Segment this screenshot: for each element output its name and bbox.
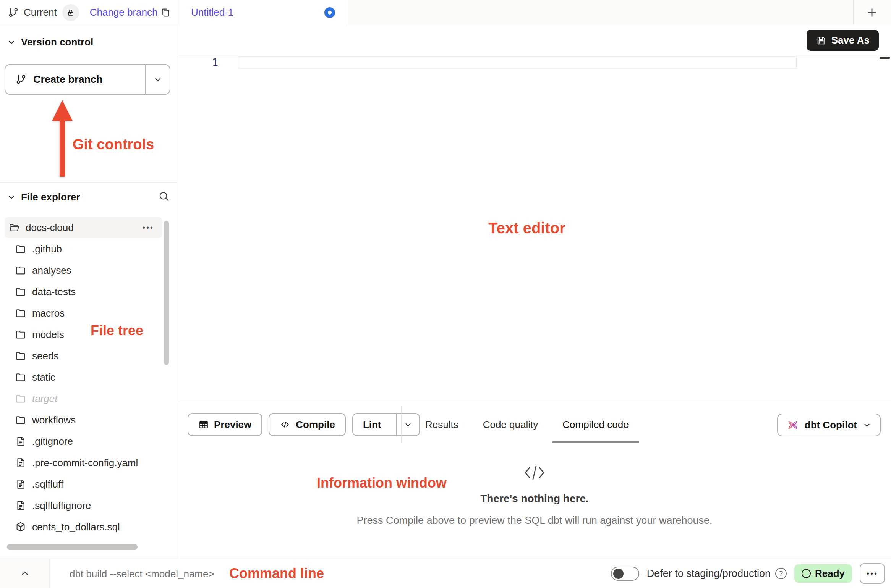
- more-options-button[interactable]: •••: [860, 563, 885, 584]
- ready-status-icon: [802, 569, 811, 578]
- lint-label[interactable]: Lint: [353, 414, 391, 435]
- current-branch-label: Current: [24, 6, 57, 18]
- compile-button[interactable]: Compile: [269, 413, 346, 436]
- branch-locked-chip: [62, 4, 79, 21]
- tree-item-label: cents_to_dollars.sql: [32, 521, 120, 533]
- tree-item-github[interactable]: .github: [5, 238, 162, 260]
- chevron-down-icon: [7, 37, 16, 47]
- table-icon: [198, 419, 209, 430]
- tree-item-label: .sqlfluff: [32, 478, 63, 490]
- file-icon: [15, 500, 26, 511]
- row-menu-dots-icon[interactable]: •••: [143, 223, 154, 232]
- collapse-panel-button[interactable]: [0, 559, 50, 588]
- model-icon: [15, 521, 26, 533]
- search-icon[interactable]: [158, 190, 170, 202]
- text-editor[interactable]: 1 Text editor: [178, 55, 891, 402]
- tree-item-label: docs-cloud: [26, 222, 74, 234]
- preview-button[interactable]: Preview: [188, 413, 262, 436]
- unsaved-changes-dot: [324, 7, 335, 18]
- tree-item-docs-cloud[interactable]: docs-cloud•••: [5, 217, 162, 238]
- tree-item-label: workflows: [32, 414, 76, 426]
- file-tree-horizontal-scrollbar[interactable]: [7, 544, 138, 550]
- annotation-information-window: Information window: [317, 475, 447, 491]
- panel-tabs: ResultsCode qualityCompiled code: [425, 406, 629, 443]
- new-tab-plus-icon[interactable]: [865, 6, 879, 19]
- file-icon: [15, 436, 26, 447]
- defer-toggle[interactable]: [611, 567, 639, 581]
- help-icon[interactable]: ?: [775, 568, 787, 579]
- folder-icon: [15, 307, 26, 319]
- annotation-file-tree: File tree: [91, 323, 143, 339]
- panel-tab-compiled-code[interactable]: Compiled code: [562, 406, 629, 443]
- defer-label: Defer to staging/production: [647, 568, 771, 580]
- panel-tab-code-quality[interactable]: Code quality: [483, 406, 538, 443]
- folder-icon: [15, 243, 26, 255]
- file-tree: docs-cloud•••.githubanalysesdata-testsma…: [5, 217, 162, 538]
- tree-item-label: .gitignore: [32, 436, 73, 447]
- tree-item-seeds[interactable]: seeds: [5, 345, 162, 367]
- empty-state-title: There's nothing here.: [178, 493, 891, 505]
- results-panel-header: Preview Compile Lint ResultsCode quality…: [178, 402, 891, 443]
- annotation-git-controls: Git controls: [73, 136, 154, 153]
- save-as-label: Save As: [831, 34, 870, 46]
- tree-item-data-tests[interactable]: data-tests: [5, 281, 162, 302]
- editor-scrollbar-thumb[interactable]: [880, 57, 890, 59]
- tree-item-label: .sqlfluffignore: [32, 500, 91, 512]
- tree-item-label: analyses: [32, 265, 71, 276]
- section-divider: [0, 182, 178, 183]
- code-icon: [279, 419, 291, 430]
- tree-item-sqlfluffignore[interactable]: .sqlfluffignore: [5, 495, 162, 516]
- tree-item-label: data-tests: [32, 286, 76, 298]
- compile-label: Compile: [296, 419, 335, 431]
- lint-dropdown[interactable]: [396, 414, 419, 435]
- tree-item-label: models: [32, 329, 64, 341]
- tree-item-sqlfluff[interactable]: .sqlfluff: [5, 473, 162, 495]
- tab-untitled-1[interactable]: Untitled-1: [180, 0, 348, 26]
- dbt-copilot-icon: [786, 418, 799, 431]
- editor-active-line: [239, 56, 797, 69]
- copy-branch-icon[interactable]: [160, 7, 171, 18]
- code-empty-state-icon: [524, 464, 545, 481]
- folder-icon: [15, 329, 26, 340]
- save-icon: [816, 35, 826, 46]
- sidebar: Current Change branch Version control: [0, 0, 178, 559]
- git-branch-icon: [8, 7, 19, 18]
- tree-item-cents-to-dollars-sql[interactable]: cents_to_dollars.sql: [5, 516, 162, 538]
- new-tab-area: [853, 0, 891, 25]
- empty-state-subtitle: Press Compile above to preview the SQL d…: [178, 515, 891, 527]
- git-controls-arrow: [52, 100, 73, 177]
- information-window: There's nothing here. Press Compile abov…: [178, 443, 891, 559]
- tree-item-label: macros: [32, 307, 65, 319]
- version-control-section-header[interactable]: Version control: [7, 34, 93, 50]
- file-explorer-section-header[interactable]: File explorer: [7, 189, 80, 205]
- editor-tab-bar: Untitled-1: [178, 0, 891, 26]
- tab-title: Untitled-1: [191, 0, 233, 24]
- create-branch-dropdown[interactable]: [145, 65, 170, 94]
- panel-divider: [401, 406, 402, 443]
- file-tree-vertical-scrollbar[interactable]: [164, 221, 169, 365]
- change-branch-link[interactable]: Change branch: [90, 6, 158, 18]
- tree-item-workflows[interactable]: workflows: [5, 409, 162, 431]
- toggle-knob: [613, 569, 624, 579]
- dbt-copilot-button[interactable]: dbt Copilot: [777, 414, 881, 436]
- tree-item-label: target: [32, 393, 58, 405]
- lint-button[interactable]: Lint: [352, 413, 420, 436]
- git-branch-icon: [15, 74, 27, 85]
- chevron-down-icon: [7, 192, 16, 202]
- chevron-up-icon: [19, 568, 31, 579]
- create-branch-button[interactable]: Create branch: [5, 64, 170, 95]
- editor-toolbar: Save As: [178, 25, 891, 55]
- chevron-down-icon: [862, 420, 872, 430]
- folder-icon: [15, 372, 26, 383]
- tree-item-analyses[interactable]: analyses: [5, 260, 162, 281]
- tree-item-macros[interactable]: macros: [5, 302, 162, 324]
- tree-item-static[interactable]: static: [5, 367, 162, 388]
- tree-item-gitignore[interactable]: .gitignore: [5, 431, 162, 452]
- tree-item-pre-commit-config-yaml[interactable]: .pre-commit-config.yaml: [5, 452, 162, 473]
- tree-item-label: seeds: [32, 350, 58, 362]
- annotation-text-editor: Text editor: [488, 220, 565, 237]
- panel-tab-results[interactable]: Results: [425, 406, 458, 443]
- save-as-button[interactable]: Save As: [807, 30, 879, 51]
- folder-icon: [15, 350, 26, 362]
- tree-item-target[interactable]: target: [5, 388, 162, 409]
